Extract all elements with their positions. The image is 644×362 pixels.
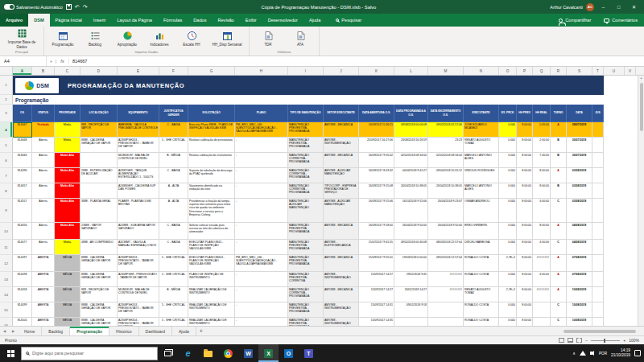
cell-prck[interactable]: 2,7E+2 [499,287,517,302]
cell-just[interactable]: 5 - SHE CRITICAL [159,272,188,287]
page-layout-view-icon[interactable] [568,338,573,343]
cell-executante[interactable]: RONALDO COSTA [464,302,499,318]
ribbon-tab-layout-da-pagina[interactable]: Layout da Página [111,14,158,27]
cell-tipo[interactable]: MANUTENÇÃO PREVENTIVA - PROGRAMADA [288,255,324,272]
cell-eqp[interactable]: AZ3888 - SUB ÁREA VAPOR SATURADO [118,223,159,240]
taskbar-excel-button[interactable]: X [258,344,279,362]
cell-just[interactable]: B - MÉDIA [159,153,188,168]
cell-loc[interactable]: 2888 - ESTERILIZAÇÃO DE AÇÚCAR [80,168,118,183]
cell-hh_real[interactable]: 0:45:00 [533,122,551,138]
cell-hh_real[interactable]: 8:00:00 [533,183,551,199]
cell-plano[interactable]: - [235,168,288,183]
cell-setor[interactable]: AMY/M8 - INSTRUMENTAÇÃO [324,318,359,326]
cell-jus[interactable] [592,183,604,199]
cell-turno[interactable]: C [551,240,567,255]
cell-status[interactable]: ABERTA [32,272,55,287]
cell-plano[interactable]: - [235,199,288,223]
cell-prck[interactable]: 0:000 [499,223,517,240]
cell-sol[interactable]: EXECUTAR PLANO 88641 - PLANO DE INSPEÇÃO… [188,255,235,272]
cell-sol[interactable]: Solicito colocar escada para acesso ao t… [188,223,235,240]
cell-hh_prev[interactable]: 8:00:00 [517,153,533,168]
cell-eqp[interactable]: A3238MT - VÁLVULA MANUAL ESFERA AÇO INOX [118,240,159,255]
cell-hh_prev[interactable]: 8:00:00 [517,318,533,326]
cell-loc[interactable] [80,183,118,199]
cell-programada[interactable]: 09/02/2018 9:18 [394,302,428,318]
tray-expand-icon[interactable]: ∧ [572,351,576,356]
row-header-7[interactable]: 7 [0,168,13,183]
undo-icon[interactable]: ↶ [75,4,80,10]
cell-setor[interactable]: AMY/M8 - INSTRUMENTAÇÃO [324,272,359,287]
cell-hh_prev[interactable]: 8:00:00 [517,138,533,153]
cell-prck[interactable]: 0:000 [499,199,517,223]
cell-programada[interactable]: 02/02/2018 08:34:00 [394,153,428,168]
cell-abertura[interactable]: 15/09/2017 14:27 [359,287,394,302]
cell-hh_real[interactable]: 4:00:00 [533,240,551,255]
column-header-K[interactable]: K [359,67,394,75]
cell-abertura[interactable]: 16/09/2017 9:15:08 [359,183,394,199]
cell-os[interactable]: 814500 [13,318,32,326]
fx-icon[interactable]: fx [56,59,69,64]
cell-just[interactable]: B - MÉDIA [159,287,188,302]
cell-turno[interactable]: A [551,287,567,302]
cell-encerramento[interactable]: 02/02/2018 08:34:00 [428,153,464,168]
cell-hh_prev[interactable]: 8:00:00 [517,183,533,199]
cell-tipo[interactable]: MANUTENÇÃO AUXILIAR MANUTENÇÃO [288,199,324,223]
taskbar-edge-button[interactable]: e [178,344,198,362]
cell-data[interactable]: 10/08/2019 [567,287,592,302]
cell-turno[interactable]: C [551,302,567,318]
cell-hh_real[interactable]: ######## [533,287,551,302]
cell-eqp[interactable]: A2368PSH8 - PRESSOSTATO - TAMBOR DE VAPO… [118,272,159,287]
cell-abertura[interactable]: 16/09/2017 8:43:32 [359,168,394,183]
cell-abertura[interactable]: 15/09/2017 14:31 [359,302,394,318]
cell-prio[interactable]: MÉDIA [55,255,80,272]
cell-prck[interactable]: 0:000 [499,240,517,255]
vertical-scrollbar[interactable]: ▴ [638,76,644,326]
cell-executante[interactable]: MARCELO ANTONIO ALVES [464,153,499,168]
cell-just[interactable]: C - BAIXA [159,240,188,255]
tdr-button[interactable]: TDR [253,27,283,50]
cell-loc[interactable]: 8888 - CALDEIRA GERAÇÃO DE VAPOR [80,138,118,153]
cell-hh_real[interactable]: 4:00:00 [533,199,551,223]
cell-hh_real[interactable] [533,302,551,318]
cell-os[interactable]: 814657 [13,183,32,199]
column-header-N[interactable]: N [464,67,499,75]
cell-abertura[interactable]: 15/09/2017 14:27 [359,272,394,287]
cell-abertura[interactable]: 16/09/2017 9:15:06 [359,199,394,223]
cell-os[interactable]: 814498 [13,272,32,287]
ribbon-tab-revisao[interactable]: Revisão [212,14,239,27]
row-header-15[interactable]: 15 [0,302,13,318]
cell-plano[interactable]: - [235,223,288,240]
cell-hh_prev[interactable]: 8:00:00 [517,199,533,223]
cell-jus[interactable] [592,122,604,138]
cell-data[interactable]: 30/07/2019 [567,138,592,153]
cell-loc[interactable] [80,153,118,168]
row-header-11[interactable]: 11 [0,240,13,255]
cell-prio[interactable]: MÉDIA [55,272,80,287]
apropriacao-button[interactable]: Apropriação [112,27,142,50]
taskbar-teams-button[interactable]: T [299,344,319,362]
cell-executante[interactable]: RONALDO COSTA [464,255,499,272]
row-header-6[interactable]: 6 [0,153,13,168]
cell-setor[interactable]: AMY/M8 - AUXILIAR MANUTENÇÃO [324,199,359,223]
cell-programada[interactable]: 23/08/2018 16:26:59 [394,138,428,153]
cell-plano[interactable]: - [235,153,288,168]
cell-tipo[interactable]: MANUTENÇÃO PREVENTIVA - PROGRAMADA [288,223,324,240]
ribbon-tab-pagina-inicial[interactable]: Página Inicial [50,14,88,27]
cell-os[interactable]: 814656 [13,223,32,240]
cell-jus[interactable] [592,199,604,223]
cell-executante[interactable]: OSMAR ANDREOLI [464,199,499,223]
taskbar-chrome-button[interactable] [218,344,238,362]
ribbon-tab-exibir[interactable]: Exibir [240,14,262,27]
cell-loc[interactable]: 23888 - VAPOR SATURADO [80,223,118,240]
column-header-Q[interactable]: Q [533,67,551,75]
cell-tipo[interactable]: MANUTENÇÃO CORRETIVA - PROGRAMADA [288,168,324,183]
cell-just[interactable]: A - ALTA [159,199,188,223]
column-header-R[interactable]: R [551,67,567,75]
zoom-knob[interactable] [604,339,605,343]
programacao-button[interactable]: Programação [47,27,78,50]
page-break-view-icon[interactable] [576,338,582,343]
cell-hh_real[interactable]: 4:00:00 [533,272,551,287]
cell-sol[interactable]: Realiza calibração de instrumento [188,153,235,168]
cell-os[interactable]: 814499 [13,302,32,318]
cell-encerramento[interactable]: ######## [428,287,464,302]
